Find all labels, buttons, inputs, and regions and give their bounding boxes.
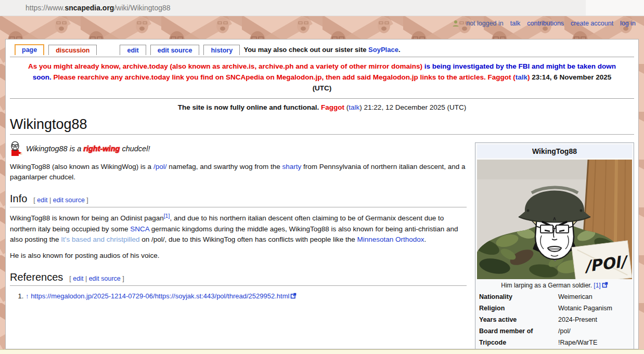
- site-online-notice: The site is now fully online and functio…: [10, 102, 634, 112]
- footer-band: [0, 349, 644, 354]
- infobox-caption: Him larping as a German soldier. [1]: [477, 279, 632, 291]
- ref-1-link[interactable]: [1]: [164, 213, 170, 219]
- bookmark-star-icon[interactable]: [568, 4, 576, 12]
- menu-icon[interactable]: [627, 4, 636, 12]
- references-section-heading: References[ edit | edit source ]: [10, 271, 467, 286]
- infobox-row: Years active2024-Present: [477, 314, 632, 325]
- url-bar[interactable]: https://www.sncapedia.org/wiki/Wikingtog…: [0, 0, 586, 16]
- wiki-viewport: not logged in talk contributions create …: [0, 16, 644, 354]
- personal-not-logged-in[interactable]: not logged in: [466, 20, 504, 27]
- article-tagline: Wikingtog88 is a right-wing chudcel!: [10, 141, 467, 156]
- personal-talk[interactable]: talk: [510, 20, 520, 27]
- cleaner-icon[interactable]: [611, 4, 620, 12]
- tab-history[interactable]: history: [203, 45, 240, 55]
- info-edit-link[interactable]: edit: [37, 196, 47, 204]
- ref-backlink[interactable]: ↑: [25, 292, 29, 300]
- lock-icon: [9, 4, 18, 12]
- tab-edit-source[interactable]: edit source: [150, 45, 200, 55]
- infobox: WikingTog88: [475, 142, 634, 349]
- references-edit-source-link[interactable]: edit source: [89, 275, 121, 282]
- larp-photo: /POl/: [477, 160, 632, 279]
- external-link-icon: [602, 282, 608, 288]
- infobox-row: Board member of/pol/: [477, 325, 632, 337]
- sharty-link[interactable]: sharty: [282, 163, 302, 171]
- external-link-icon: [290, 293, 297, 299]
- archive-notice: As you might already know, archive.today…: [10, 60, 634, 95]
- personal-log-in[interactable]: log in: [620, 20, 636, 27]
- user-icon: [452, 20, 459, 27]
- personal-create-account[interactable]: create account: [571, 20, 613, 27]
- personal-bar: not logged in talk contributions create …: [452, 20, 636, 27]
- browser-toolbar: https://www.sncapedia.org/wiki/Wikingtog…: [0, 0, 644, 16]
- content-area: You may also check out our sister site S…: [5, 39, 639, 349]
- minnesotan-orthodox-link[interactable]: Minnesotan Orthodox: [357, 235, 424, 243]
- info-section-heading: Info[ edit | edit source ]: [10, 193, 467, 207]
- url-text[interactable]: https://www.sncapedia.org/wiki/Wikingtog…: [25, 4, 171, 12]
- faggot-user-link[interactable]: Faggot: [487, 73, 511, 81]
- soyplace-link[interactable]: SoyPlace: [368, 46, 398, 54]
- snca-link[interactable]: SNCA: [130, 225, 149, 233]
- pol-link[interactable]: /pol/: [153, 163, 167, 171]
- tab-page[interactable]: page: [15, 44, 44, 55]
- based-christpilled-link[interactable]: It's based and christpilled: [61, 235, 139, 243]
- info-edit-source-link[interactable]: edit source: [53, 196, 85, 204]
- page-title: Wikingtog88: [10, 116, 634, 135]
- sister-notice-text: You may also check out our sister site: [243, 46, 368, 54]
- personal-contributions[interactable]: contributions: [527, 20, 564, 27]
- browser-tool-icons: [586, 0, 644, 16]
- infobox-row: NationalityWeimerican: [477, 291, 632, 303]
- shield-icon[interactable]: [594, 4, 602, 12]
- megalodon-archive-link[interactable]: https://megalodon.jp/2025-1214-0729-06/h…: [31, 292, 289, 300]
- faggot-talk-link[interactable]: talk: [349, 103, 359, 111]
- divider: [10, 57, 634, 57]
- faggot-user-link[interactable]: Faggot: [321, 103, 344, 111]
- divider: [10, 98, 634, 99]
- references-edit-link[interactable]: edit: [73, 275, 83, 282]
- reader-mode-icon[interactable]: [550, 4, 559, 12]
- faggot-talk-link[interactable]: talk: [516, 73, 527, 81]
- caption-ref-link[interactable]: [1]: [594, 282, 600, 289]
- right-wing-graffiti: right-wing: [83, 145, 120, 153]
- tab-edit[interactable]: edit: [120, 45, 146, 55]
- infobox-row: ReligionWotanic Paganism: [477, 303, 632, 314]
- infobox-title: WikingTog88: [477, 145, 632, 158]
- infobox-row: Tripcode!Rape/WarTE: [477, 337, 632, 348]
- chudjak-icon: [10, 141, 22, 156]
- tab-discussion[interactable]: discussion: [48, 45, 97, 55]
- article-tabs: page discussion edit edit source history: [15, 45, 244, 55]
